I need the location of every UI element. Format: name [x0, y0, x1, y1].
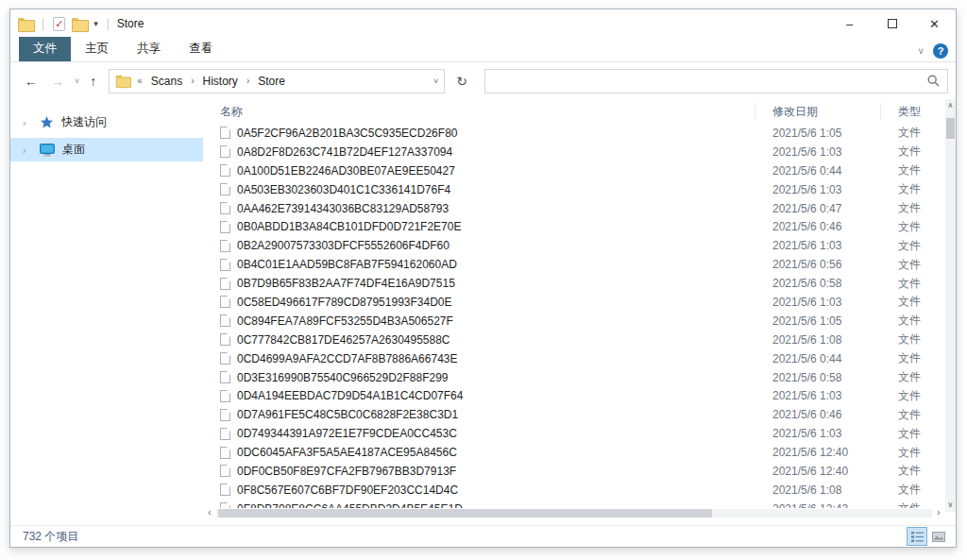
- file-icon: [220, 465, 230, 477]
- sidebar-item-desktop[interactable]: › 桌面: [10, 138, 203, 161]
- table-row[interactable]: 0AA462E73914343036BC83129AD587932021/5/6…: [203, 199, 956, 218]
- date-modified-cell: 2021/5/6 1:03: [755, 183, 881, 196]
- breadcrumb-item-store[interactable]: Store: [256, 75, 287, 88]
- table-row[interactable]: 0C58ED496617F789CD87951993F34D0E2021/5/6…: [203, 293, 956, 312]
- file-name-cell[interactable]: 0DF0CB50F8E97CFA2FB7967BB3D7913F: [203, 465, 755, 478]
- file-name-cell[interactable]: 0A503EB3023603D401C1C336141D76F4: [203, 183, 755, 196]
- file-name-cell[interactable]: 0AA462E73914343036BC83129AD58793: [203, 202, 755, 215]
- file-name-cell[interactable]: 0A5F2CF96A2B201BA3C5C935ECD26F80: [203, 127, 755, 140]
- table-row[interactable]: 0D4A194EEBDAC7D9D54A1B1C4CD07F642021/5/6…: [203, 386, 956, 405]
- tab-file[interactable]: 文件: [19, 37, 71, 61]
- file-name-cell[interactable]: 0D3E316990B75540C966529D2F88F299: [203, 371, 755, 384]
- table-row[interactable]: 0A100D51EB2246AD30BE07AE9EE504272021/5/6…: [203, 161, 956, 180]
- file-name-cell[interactable]: 0C58ED496617F789CD87951993F34D0E: [203, 296, 755, 309]
- file-name: 0DF0CB50F8E97CFA2FB7967BB3D7913F: [237, 465, 456, 478]
- search-input[interactable]: [485, 70, 927, 93]
- refresh-button[interactable]: ↻: [449, 74, 475, 89]
- column-header-name[interactable]: 名称: [203, 103, 755, 120]
- search-icon[interactable]: [927, 75, 940, 87]
- table-row[interactable]: 0B2A29007573303DFCF5552606F4DF602021/5/6…: [203, 236, 956, 255]
- table-row[interactable]: 0F8C567E607C6BF7DF90EF203CC14D4C2021/5/6…: [203, 481, 956, 500]
- table-row[interactable]: 0C777842CB817DE46257A2630495588C2021/5/6…: [203, 331, 956, 349]
- file-name-cell[interactable]: 0F8C567E607C6BF7DF90EF203CC14D4C: [203, 484, 755, 497]
- table-row[interactable]: 0CD4699A9AFA2CCD7AF8B7886A66743E2021/5/6…: [203, 349, 956, 368]
- column-header-date-modified[interactable]: 修改日期: [755, 103, 881, 120]
- table-row[interactable]: 0B7D9B65F83B2AA7F74DF4E16A9D75152021/5/6…: [203, 274, 956, 293]
- tab-view[interactable]: 查看: [175, 37, 227, 61]
- properties-check-icon[interactable]: [53, 17, 65, 31]
- file-name-cell[interactable]: 0B2A29007573303DFCF5552606F4DF60: [203, 239, 755, 252]
- close-button[interactable]: ✕: [913, 9, 956, 38]
- main-area: › 快速访问 › 桌面 名称 修改日期: [10, 99, 956, 525]
- breadcrumb-item-scans[interactable]: Scans: [149, 75, 184, 88]
- horizontal-scroll-thumb[interactable]: [218, 509, 712, 518]
- expand-chevron-icon[interactable]: ›: [23, 144, 32, 156]
- date-modified-cell: 2021/5/6 0:46: [755, 220, 881, 233]
- table-row[interactable]: 0D3E316990B75540C966529D2F88F2992021/5/6…: [203, 368, 956, 387]
- file-list-pane: 名称 修改日期 类型 0A5F2CF96A2B201BA3C5C935ECD26…: [203, 99, 956, 525]
- file-name-cell[interactable]: 0D7A961FE5C48C5BC0C6828F2E38C3D1: [203, 408, 755, 421]
- sidebar-item-quick-access[interactable]: › 快速访问: [10, 110, 203, 134]
- thumbnails-view-button[interactable]: [929, 528, 948, 545]
- scroll-right-icon[interactable]: ›: [932, 508, 945, 518]
- scroll-left-icon[interactable]: ‹: [203, 508, 216, 518]
- file-name-cell[interactable]: 0D4A194EEBDAC7D9D54A1B1C4CD07F64: [203, 389, 755, 402]
- navigation-toolbar: ← → ˅ ↑ « Scans › History › Store ˅ ↻: [10, 62, 956, 99]
- file-name-cell[interactable]: 0C894FEA7A89FCF53255D4B3A506527F: [203, 314, 755, 328]
- file-name-cell[interactable]: 0D749344391A972E1E7F9CDEA0CC453C: [203, 427, 755, 440]
- file-name: 0B7D9B65F83B2AA7F74DF4E16A9D7515: [237, 277, 455, 290]
- new-folder-icon[interactable]: [72, 18, 87, 30]
- vertical-scroll-thumb[interactable]: [946, 118, 955, 139]
- table-row[interactable]: 0D7A961FE5C48C5BC0C6828F2E38C3D12021/5/6…: [203, 405, 956, 424]
- vertical-scrollbar[interactable]: ∧ ∨: [945, 99, 956, 512]
- window-title: Store: [117, 17, 144, 30]
- file-name-cell[interactable]: 0CD4699A9AFA2CCD7AF8B7886A66743E: [203, 352, 755, 365]
- date-modified-cell: 2021/5/6 1:03: [755, 427, 881, 440]
- table-row[interactable]: 0A8D2F8D263C741B72D4EF127A3370942021/5/6…: [203, 143, 956, 161]
- table-row[interactable]: 0F8DB708E8CC6AA455DBD3D4B5E45E1D2021/5/6…: [203, 500, 956, 508]
- quick-access-star-icon: [40, 115, 54, 129]
- address-bar[interactable]: « Scans › History › Store ˅: [109, 69, 445, 93]
- scroll-up-icon[interactable]: ∧: [948, 99, 954, 112]
- tab-home[interactable]: 主页: [71, 37, 123, 61]
- expand-chevron-icon[interactable]: ›: [23, 117, 32, 128]
- file-name-cell[interactable]: 0DC6045AFA3F5A5AE4187ACE95A8456C: [203, 446, 755, 459]
- details-view-button[interactable]: [908, 528, 926, 545]
- table-row[interactable]: 0DC6045AFA3F5A5AE4187ACE95A8456C2021/5/6…: [203, 443, 956, 462]
- file-name-cell[interactable]: 0B7D9B65F83B2AA7F74DF4E16A9D7515: [203, 277, 755, 290]
- scroll-down-icon[interactable]: ∨: [948, 499, 954, 512]
- back-button[interactable]: ←: [20, 72, 42, 91]
- table-row[interactable]: 0A5F2CF96A2B201BA3C5C935ECD26F802021/5/6…: [203, 124, 956, 143]
- table-row[interactable]: 0A503EB3023603D401C1C336141D76F42021/5/6…: [203, 180, 956, 199]
- table-row[interactable]: 0C894FEA7A89FCF53255D4B3A506527F2021/5/6…: [203, 312, 956, 331]
- table-row[interactable]: 0B0ABDD1B3A84CB101DFD0D721F2E70E2021/5/6…: [203, 217, 956, 236]
- file-name-cell[interactable]: 0B0ABDD1B3A84CB101DFD0D721F2E70E: [203, 220, 755, 233]
- customize-qat-caret-icon[interactable]: ▾: [93, 19, 98, 28]
- desktop-icon: [40, 144, 55, 157]
- table-row[interactable]: 0DF0CB50F8E97CFA2FB7967BB3D7913F2021/5/6…: [203, 462, 956, 481]
- breadcrumb-item-history[interactable]: History: [201, 75, 240, 88]
- file-icon: [220, 352, 230, 365]
- file-name-cell[interactable]: 0C777842CB817DE46257A2630495588C: [203, 333, 755, 347]
- date-modified-cell: 2021/5/6 0:58: [755, 371, 881, 384]
- address-dropdown-caret-icon[interactable]: ˅: [433, 76, 440, 86]
- file-name-cell[interactable]: 0B4C01E1AAD59BC8FAB7F594162060AD: [203, 258, 755, 271]
- file-name: 0AA462E73914343036BC83129AD58793: [237, 202, 449, 215]
- date-modified-cell: 2021/5/6 1:03: [755, 145, 881, 159]
- maximize-button[interactable]: [871, 9, 913, 38]
- file-name-cell[interactable]: 0A100D51EB2246AD30BE07AE9EE50427: [203, 164, 755, 178]
- file-name-cell[interactable]: 0A8D2F8D263C741B72D4EF127A337094: [203, 145, 755, 159]
- tab-share[interactable]: 共享: [123, 37, 175, 61]
- horizontal-scroll-track[interactable]: [216, 509, 932, 518]
- collapse-ribbon-icon[interactable]: ˅: [918, 46, 924, 57]
- horizontal-scrollbar[interactable]: ‹ ›: [203, 508, 945, 518]
- table-row[interactable]: 0B4C01E1AAD59BC8FAB7F594162060AD2021/5/6…: [203, 255, 956, 274]
- table-row[interactable]: 0D749344391A972E1E7F9CDEA0CC453C2021/5/6…: [203, 424, 956, 443]
- minimize-button[interactable]: –: [828, 9, 871, 38]
- forward-button[interactable]: →: [46, 72, 69, 91]
- help-icon[interactable]: ?: [933, 43, 948, 59]
- up-button[interactable]: ↑: [85, 72, 101, 91]
- list-bottom-gap: [203, 518, 956, 525]
- recent-locations-caret-icon[interactable]: ˅: [73, 75, 81, 88]
- file-icon: [220, 409, 230, 421]
